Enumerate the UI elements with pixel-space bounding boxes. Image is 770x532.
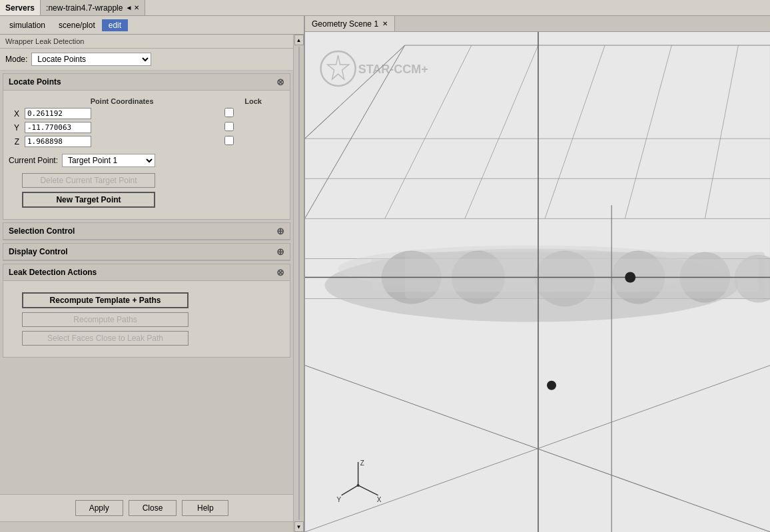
current-point-select[interactable]: Target Point 1 — [62, 154, 155, 167]
leak-detection-chevron: ⊗ — [276, 267, 284, 278]
train-tab-close[interactable]: ◄ ✕ — [125, 4, 139, 11]
scene-svg: STAR-CCM+ Z X Y — [305, 32, 770, 532]
recompute-paths-btn[interactable]: Recompute Paths — [22, 312, 189, 327]
new-target-btn[interactable]: New Target Point — [22, 192, 155, 208]
target-point-2 — [547, 381, 556, 390]
selection-control-header[interactable]: Selection Control ⊕ — [3, 223, 290, 240]
locate-points-header[interactable]: Locate Points ⊗ — [3, 74, 290, 91]
y-label: Y — [9, 121, 22, 134]
svg-text:X: X — [377, 496, 382, 503]
display-control-chevron: ⊕ — [276, 246, 284, 257]
help-button[interactable]: Help — [182, 500, 228, 516]
geometry-scene-close[interactable]: ✕ — [382, 20, 388, 27]
bottom-buttons-bar: Apply Close Help — [0, 494, 304, 521]
leak-detection-section: Leak Detection Actions ⊗ Recompute Templ… — [3, 264, 290, 358]
selection-control-section: Selection Control ⊕ — [3, 222, 290, 240]
y-input[interactable] — [25, 122, 91, 133]
menu-bar: simulation scene/plot edit — [0, 16, 304, 35]
panel-header: Wrapper Leak Detection — [0, 35, 293, 49]
svg-text:Z: Z — [360, 459, 364, 467]
col-point-coords: Point Coordinates — [22, 96, 222, 107]
menu-simulation[interactable]: simulation — [3, 19, 52, 31]
col-lock: Lock — [222, 96, 284, 107]
mode-label: Mode: — [5, 55, 27, 64]
y-lock-checkbox[interactable] — [224, 122, 234, 131]
progress-bar — [0, 521, 304, 532]
leak-detection-header[interactable]: Leak Detection Actions ⊗ — [3, 264, 290, 281]
servers-tab[interactable]: Servers — [0, 0, 41, 15]
recompute-template-btn[interactable]: Recompute Template + Paths — [22, 292, 189, 308]
svg-rect-25 — [372, 258, 759, 292]
locate-points-section: Locate Points ⊗ Point Coordinates Lock — [3, 73, 290, 220]
train-tab[interactable]: :new-train4.7-wrapple ◄ ✕ — [41, 0, 145, 15]
close-button[interactable]: Close — [129, 500, 177, 516]
display-control-header[interactable]: Display Control ⊕ — [3, 244, 290, 260]
z-lock-checkbox[interactable] — [224, 136, 234, 145]
menu-scene-plot[interactable]: scene/plot — [52, 19, 102, 31]
current-point-label: Current Point: — [9, 156, 58, 165]
scroll-down-btn[interactable]: ▼ — [294, 521, 304, 532]
select-faces-btn[interactable]: Select Faces Close to Leak Path — [22, 331, 189, 346]
z-input[interactable] — [25, 136, 91, 147]
x-label: X — [9, 107, 22, 121]
target-point-1 — [625, 272, 635, 282]
scroll-up-btn[interactable]: ▲ — [294, 35, 304, 45]
svg-text:STAR-CCM+: STAR-CCM+ — [358, 63, 428, 76]
display-control-section: Display Control ⊕ — [3, 243, 290, 261]
x-input[interactable] — [25, 108, 91, 119]
mode-select[interactable]: Locate Points — [31, 53, 151, 66]
z-label: Z — [9, 134, 22, 148]
delete-target-btn[interactable]: Delete Current Target Point — [22, 173, 155, 188]
selection-control-chevron: ⊕ — [276, 226, 284, 236]
svg-point-39 — [357, 484, 360, 487]
scene-tab-bar: Geometry Scene 1 ✕ — [305, 16, 770, 32]
apply-button[interactable]: Apply — [75, 500, 123, 516]
geometry-scene-tab[interactable]: Geometry Scene 1 ✕ — [305, 16, 395, 31]
menu-edit[interactable]: edit — [102, 19, 128, 31]
svg-text:Y: Y — [337, 496, 342, 503]
x-lock-checkbox[interactable] — [224, 108, 234, 117]
3d-viewport[interactable]: STAR-CCM+ Z X Y — [305, 32, 770, 532]
locate-points-chevron: ⊗ — [276, 77, 284, 87]
